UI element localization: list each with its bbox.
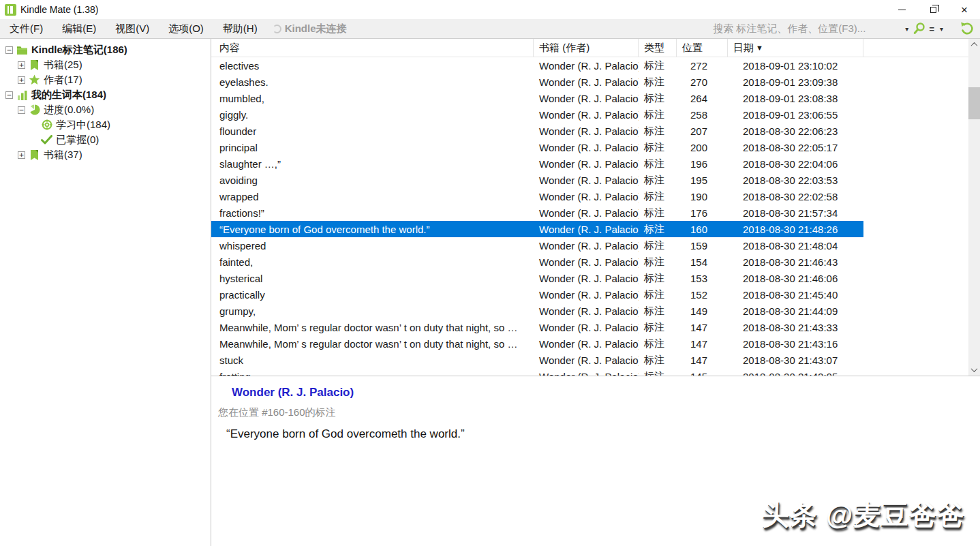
main-area: −Kindle标注笔记(186)+书籍(25)+作者(17)−我的生词本(184… xyxy=(0,39,980,546)
table-row[interactable]: frettingWonder (R. J. Palacio)标注1452018-… xyxy=(211,368,980,376)
column-header-position[interactable]: 位置 xyxy=(677,39,728,57)
table-row[interactable]: avoidingWonder (R. J. Palacio)标注1952018-… xyxy=(211,172,980,188)
restore-icon xyxy=(930,7,936,13)
table-row[interactable]: Meanwhile, Mom’ s regular doctor wasn’ t… xyxy=(211,319,980,335)
detail-book-title[interactable]: Wonder (R. J. Palacio) xyxy=(232,386,980,399)
column-header-type[interactable]: 类型 xyxy=(639,39,677,57)
cell-book: Wonder (R. J. Palacio) xyxy=(534,106,639,123)
content-column: 内容 书籍 (作者) 类型 位置 日期▼ electivesWonder (R.… xyxy=(211,39,980,546)
close-button[interactable]: × xyxy=(949,0,980,19)
collapse-toggle-icon[interactable]: − xyxy=(5,91,13,99)
restore-button[interactable] xyxy=(917,0,949,19)
cell-type: 标注 xyxy=(639,254,677,270)
table-header: 内容 书籍 (作者) 类型 位置 日期▼ xyxy=(211,39,980,57)
star-icon xyxy=(29,74,40,86)
kindle-mate-window: Kindle Mate (1.38) × 文件(F)编辑(E)视图(V)选项(O… xyxy=(0,0,980,546)
refresh-icon[interactable] xyxy=(960,21,975,36)
folder-icon xyxy=(16,44,28,56)
check-icon xyxy=(41,134,52,146)
sidebar-item-label: 进度(0.0%) xyxy=(44,104,94,117)
collapse-toggle-icon[interactable]: − xyxy=(18,106,25,114)
menu-item-0[interactable]: 文件(F) xyxy=(0,22,52,35)
collapse-toggle-icon[interactable]: − xyxy=(5,46,13,54)
table-row[interactable]: grumpy,Wonder (R. J. Palacio)标注1492018-0… xyxy=(211,303,980,319)
scroll-up-button[interactable] xyxy=(968,39,980,50)
column-header-content[interactable]: 内容 xyxy=(211,39,534,57)
sidebar-item[interactable]: 学习中(184) xyxy=(0,117,211,132)
cell-date: 2018-08-30 21:43:33 xyxy=(728,319,863,335)
cell-type: 标注 xyxy=(639,303,677,319)
sidebar-item[interactable]: −我的生词本(184) xyxy=(0,87,211,102)
minimize-button[interactable] xyxy=(886,0,917,19)
cell-book: Wonder (R. J. Palacio) xyxy=(534,155,639,172)
table-row[interactable]: practicallyWonder (R. J. Palacio)标注15220… xyxy=(211,286,980,303)
cell-type: 标注 xyxy=(639,286,677,303)
sidebar-item[interactable]: +书籍(37) xyxy=(0,147,211,162)
table-row[interactable]: flounderWonder (R. J. Palacio)标注2072018-… xyxy=(211,123,980,139)
cell-pos: 154 xyxy=(677,254,728,270)
scrollbar-thumb[interactable] xyxy=(968,87,980,119)
table-row[interactable]: slaughter …,”Wonder (R. J. Palacio)标注196… xyxy=(211,155,980,172)
cell-pos: 159 xyxy=(677,237,728,254)
expand-toggle-icon[interactable]: + xyxy=(18,61,25,69)
cell-type: 标注 xyxy=(639,221,677,237)
sidebar-item[interactable]: +书籍(25) xyxy=(0,57,211,72)
menu-item-4[interactable]: 帮助(H) xyxy=(213,22,267,35)
sidebar-item[interactable]: +作者(17) xyxy=(0,72,211,87)
cell-content: whispered xyxy=(211,237,534,254)
search-input[interactable]: 搜索 标注笔记、作者、位置(F3)... xyxy=(713,22,866,35)
detail-location-line: 您在位置 #160-160的标注 xyxy=(218,406,980,419)
table-row[interactable]: fractions!”Wonder (R. J. Palacio)标注17620… xyxy=(211,204,980,221)
sidebar-item[interactable]: −Kindle标注笔记(186) xyxy=(0,42,211,57)
cell-date: 2018-08-30 21:44:09 xyxy=(728,303,863,319)
vertical-scrollbar[interactable] xyxy=(968,39,980,376)
table-row-selected[interactable]: “Everyone born of God overcometh the wor… xyxy=(211,221,863,237)
table-row[interactable]: Meanwhile, Mom’ s regular doctor wasn’ t… xyxy=(211,335,980,352)
table-row[interactable]: stuckWonder (R. J. Palacio)标注1472018-08-… xyxy=(211,352,980,368)
cell-date: 2018-08-30 22:04:06 xyxy=(728,155,863,172)
sidebar-item[interactable]: −进度(0.0%) xyxy=(0,102,211,117)
cell-content: electives xyxy=(211,57,534,74)
connection-label: Kindle未连接 xyxy=(285,22,347,35)
table-body: electivesWonder (R. J. Palacio)标注2722018… xyxy=(211,57,980,376)
cell-pos: 272 xyxy=(677,57,728,74)
cell-date: 2018-09-01 23:09:38 xyxy=(728,74,863,90)
table-row[interactable]: hystericalWonder (R. J. Palacio)标注153201… xyxy=(211,270,980,286)
cell-book: Wonder (R. J. Palacio) xyxy=(534,352,639,368)
cell-pos: 190 xyxy=(677,188,728,204)
table-row[interactable]: giggly.Wonder (R. J. Palacio)标注2582018-0… xyxy=(211,106,980,123)
cell-book: Wonder (R. J. Palacio) xyxy=(534,286,639,303)
cell-pos: 147 xyxy=(677,335,728,352)
menu-item-2[interactable]: 视图(V) xyxy=(106,22,159,35)
cell-date: 2018-08-30 21:46:43 xyxy=(728,254,863,270)
sidebar-item[interactable]: 已掌握(0) xyxy=(0,132,211,147)
cell-book: Wonder (R. J. Palacio) xyxy=(534,254,639,270)
cell-pos: 195 xyxy=(677,172,728,188)
column-header-date[interactable]: 日期▼ xyxy=(728,39,863,57)
search-history-caret-icon[interactable]: ▾ xyxy=(905,25,908,33)
cell-content: Meanwhile, Mom’ s regular doctor wasn’ t… xyxy=(211,319,534,335)
table-row[interactable]: principalWonder (R. J. Palacio)标注2002018… xyxy=(211,139,980,155)
table-row[interactable]: wrappedWonder (R. J. Palacio)标注1902018-0… xyxy=(211,188,980,204)
search-button[interactable]: = ▾ xyxy=(913,22,947,35)
menu-item-3[interactable]: 选项(O) xyxy=(159,22,213,35)
menu-item-1[interactable]: 编辑(E) xyxy=(52,22,106,35)
expand-toggle-icon[interactable]: + xyxy=(18,151,25,159)
connection-spinner-icon xyxy=(273,25,281,33)
search-mode-caret-icon[interactable]: ▾ xyxy=(940,25,943,33)
sidebar-item-label: 作者(17) xyxy=(44,74,82,87)
table-row[interactable]: whisperedWonder (R. J. Palacio)标注1592018… xyxy=(211,237,980,254)
table-row[interactable]: fainted,Wonder (R. J. Palacio)标注1542018-… xyxy=(211,254,980,270)
scroll-down-button[interactable] xyxy=(968,364,980,376)
expand-toggle-icon[interactable]: + xyxy=(18,76,25,84)
sidebar-item-label: Kindle标注笔记(186) xyxy=(31,44,127,57)
book-icon xyxy=(29,59,40,71)
column-header-filler xyxy=(863,39,980,57)
table-row[interactable]: electivesWonder (R. J. Palacio)标注2722018… xyxy=(211,57,980,74)
cell-content: avoiding xyxy=(211,172,534,188)
table-row[interactable]: eyelashes.Wonder (R. J. Palacio)标注270201… xyxy=(211,74,980,90)
table-row[interactable]: mumbled,Wonder (R. J. Palacio)标注2642018-… xyxy=(211,90,980,106)
column-header-book[interactable]: 书籍 (作者) xyxy=(534,39,639,57)
cell-type: 标注 xyxy=(639,123,677,139)
cell-date: 2018-09-01 23:06:55 xyxy=(728,106,863,123)
